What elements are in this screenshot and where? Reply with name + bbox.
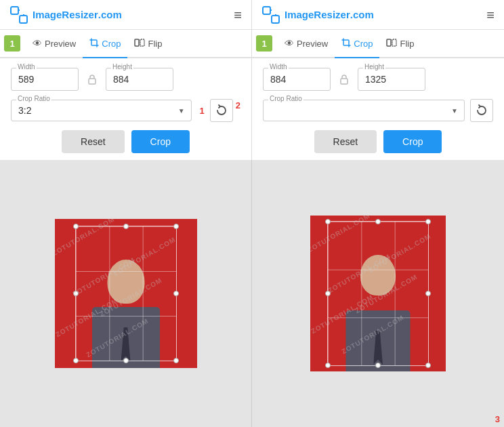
- handle-mr-right[interactable]: [425, 291, 431, 296]
- crop-ratio-label-left: Crop Ratio: [16, 95, 51, 102]
- handle-tm-left[interactable]: [123, 224, 129, 229]
- height-field-left: Height: [106, 68, 173, 91]
- reset-button-left[interactable]: Reset: [62, 130, 125, 153]
- handle-br-left[interactable]: [173, 358, 179, 363]
- width-field-right: Width: [263, 68, 331, 91]
- photo-container-right: ZOTUTORIAL.COM ZOTUTORIAL.COM ZOTUTORIAL…: [310, 216, 446, 371]
- flip-icon-left: [134, 38, 145, 49]
- tab-flip-left[interactable]: Flip: [127, 30, 169, 58]
- crop-ratio-wrap-left: Crop Ratio 3:2 4:3 16:9 1:1 ▼: [11, 100, 192, 121]
- width-label-left: Width: [16, 63, 37, 70]
- photo-bg-left: ZOTUTORIAL.COM ZOTUTORIAL.COM ZOTUTORIAL…: [55, 219, 197, 368]
- image-panel-right: ZOTUTORIAL.COM ZOTUTORIAL.COM ZOTUTORIAL…: [252, 160, 504, 427]
- height-label-right: Height: [363, 63, 385, 70]
- tab-crop-right[interactable]: Crop: [335, 30, 379, 58]
- tab-preview-label-left: Preview: [45, 39, 76, 49]
- handle-ml-right[interactable]: [325, 291, 331, 296]
- image-panel-left: ZOTUTORIAL.COM ZOTUTORIAL.COM ZOTUTORIAL…: [0, 160, 252, 427]
- svg-rect-7: [263, 7, 270, 14]
- handle-bl-right[interactable]: [325, 363, 331, 368]
- photo-bg-right: ZOTUTORIAL.COM ZOTUTORIAL.COM ZOTUTORIAL…: [310, 216, 446, 371]
- crop-overlay-left[interactable]: [75, 226, 177, 361]
- logo-left: ImageResizer.com: [9, 5, 122, 24]
- handle-bm-left[interactable]: [123, 358, 129, 363]
- crop-button-left[interactable]: Crop: [131, 130, 190, 153]
- tabs-bar-left: 1 👁 Preview Crop: [0, 30, 251, 58]
- svg-rect-4: [135, 39, 139, 46]
- reset-button-right[interactable]: Reset: [314, 130, 377, 153]
- tab-flip-label-left: Flip: [148, 39, 162, 49]
- svg-rect-11: [387, 39, 391, 46]
- tab-flip-label-right: Flip: [400, 39, 414, 49]
- tab-crop-left[interactable]: Crop: [83, 30, 127, 58]
- svg-rect-13: [341, 79, 348, 84]
- crop-ratio-select-left[interactable]: 3:2 4:3 16:9 1:1: [11, 100, 192, 121]
- hamburger-menu-left[interactable]: ≡: [234, 8, 242, 22]
- crop-icon-right: [341, 38, 351, 49]
- logo-icon-right: [261, 5, 280, 24]
- tab-number-left: 1: [4, 35, 20, 52]
- crop-ratio-wrap-right: Crop Ratio 3:2 4:3 16:9 1:1 ▼: [263, 100, 465, 121]
- tab-number-right: 1: [256, 35, 272, 52]
- handle-bl-left[interactable]: [73, 358, 79, 363]
- logo-text-left: ImageResizer.com: [33, 9, 122, 20]
- ratio-badge-left: 1: [200, 106, 205, 116]
- lock-icon-left: [84, 71, 100, 87]
- width-input-right[interactable]: [263, 68, 331, 91]
- height-input-left[interactable]: [106, 68, 173, 91]
- tab-crop-label-right: Crop: [354, 39, 373, 49]
- tab-preview-right[interactable]: 👁 Preview: [278, 30, 335, 58]
- width-label-right: Width: [268, 63, 289, 70]
- handle-tl-left[interactable]: [73, 224, 79, 229]
- tab-flip-right[interactable]: Flip: [379, 30, 421, 58]
- svg-rect-12: [392, 39, 396, 46]
- hamburger-menu-right[interactable]: ≡: [486, 8, 495, 22]
- corner-badge: 3: [495, 414, 500, 424]
- photo-container-left: ZOTUTORIAL.COM ZOTUTORIAL.COM ZOTUTORIAL…: [55, 219, 197, 368]
- handle-br-right[interactable]: [425, 363, 431, 368]
- crop-button-right[interactable]: Crop: [383, 130, 442, 153]
- rotate-button-right[interactable]: [470, 99, 493, 122]
- handle-ml-left[interactable]: [73, 291, 79, 296]
- height-label-left: Height: [111, 63, 133, 70]
- crop-overlay-right[interactable]: [327, 221, 429, 366]
- eye-icon-right: 👁: [285, 38, 294, 49]
- crop-icon-left: [89, 38, 99, 49]
- logo-icon-left: [9, 5, 28, 24]
- tab-preview-left[interactable]: 👁 Preview: [26, 30, 83, 58]
- handle-bm-right[interactable]: [375, 363, 381, 368]
- height-input-right[interactable]: [358, 68, 425, 91]
- app-header-right: ImageResizer.com ≡: [252, 0, 504, 30]
- controls-left: Width Height Crop Ratio: [0, 58, 251, 160]
- tab-crop-label-left: Crop: [102, 39, 121, 49]
- rotate-button-left[interactable]: [210, 99, 233, 122]
- svg-rect-8: [272, 16, 279, 23]
- crop-ratio-select-right[interactable]: 3:2 4:3 16:9 1:1: [263, 100, 465, 121]
- handle-tl-right[interactable]: [325, 219, 331, 224]
- svg-rect-5: [140, 39, 144, 46]
- rotate-badge-left: 2: [236, 100, 240, 110]
- flip-icon-right: [386, 38, 397, 49]
- logo-right: ImageResizer.com: [261, 5, 374, 24]
- crop-ratio-label-right: Crop Ratio: [268, 95, 303, 102]
- eye-icon-left: 👁: [33, 38, 42, 49]
- handle-tr-left[interactable]: [173, 224, 179, 229]
- logo-text-right: ImageResizer.com: [285, 9, 374, 20]
- handle-mr-left[interactable]: [173, 291, 179, 296]
- svg-rect-0: [11, 7, 18, 14]
- app-header-left: ImageResizer.com ≡: [0, 0, 251, 30]
- width-input-left[interactable]: [11, 68, 79, 91]
- handle-tr-right[interactable]: [425, 219, 431, 224]
- tabs-bar-right: 1 👁 Preview Crop: [252, 30, 504, 58]
- tab-preview-label-right: Preview: [297, 39, 328, 49]
- handle-tm-right[interactable]: [375, 219, 381, 224]
- svg-rect-1: [20, 16, 27, 23]
- width-field-left: Width: [11, 68, 79, 91]
- svg-rect-6: [89, 79, 96, 84]
- controls-right: Width Height Crop Ratio: [252, 58, 504, 160]
- lock-icon-right: [336, 71, 352, 87]
- height-field-right: Height: [358, 68, 425, 91]
